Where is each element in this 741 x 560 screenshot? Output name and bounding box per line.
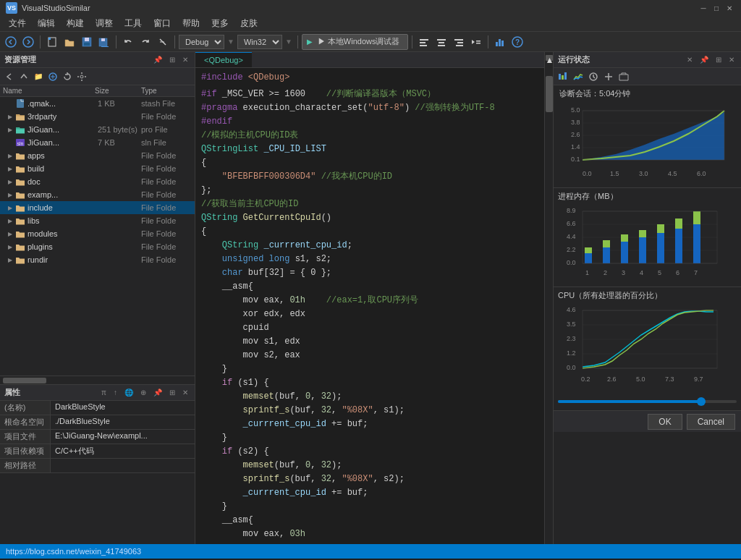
tree-row[interactable]: ▶ apps File Folde (0, 149, 195, 162)
tree-row[interactable]: ▶ JiGuan... 251 byte(s) pro File (0, 123, 195, 136)
diag-btn2[interactable] (572, 70, 585, 83)
menu-tools[interactable]: 工具 (119, 16, 148, 31)
code-line: #pragma execution_character_set("utf-8")… (195, 101, 544, 115)
restore-button[interactable]: □ (711, 3, 722, 13)
help-btn[interactable]: ? (509, 34, 525, 50)
tree-row[interactable]: .qmak... 1 KB stash File (0, 97, 195, 110)
tree-up-btn[interactable] (17, 70, 30, 83)
tree-back-btn[interactable] (3, 70, 16, 83)
menu-file[interactable]: 文件 (3, 16, 32, 31)
svg-text:6.0: 6.0 (697, 170, 706, 177)
props-pin-btn[interactable]: 📌 (151, 388, 164, 397)
ok-button[interactable]: OK (648, 414, 682, 430)
toolbar-sep-5 (412, 35, 412, 48)
tree-row[interactable]: ▶ plugins File Folde (0, 240, 195, 253)
file-name: doc (27, 177, 98, 186)
tree-row[interactable]: ▶ rundir File Folde (0, 253, 195, 266)
save-button[interactable] (79, 34, 95, 50)
right-panel-float-btn[interactable]: ⊞ (714, 55, 724, 64)
props-arrow-btn[interactable]: ↑ (111, 388, 119, 397)
hscroll-thumb[interactable] (3, 378, 46, 383)
redo-button[interactable] (137, 34, 153, 50)
tree-arrow: ▶ (6, 244, 14, 250)
vscroll-thumb[interactable] (546, 76, 553, 112)
run-button[interactable]: ▶ ▶ 本地Windows调试器 (302, 34, 408, 50)
resource-panel: 资源管理 📌 ⊞ ✕ 📁 (0, 52, 195, 385)
diag-btn3[interactable] (587, 70, 600, 83)
code-line: _currrent_cpu_id += buf; (195, 417, 544, 431)
undo-button[interactable] (120, 34, 136, 50)
resource-pin-btn[interactable]: 📌 (151, 55, 164, 64)
open-button[interactable] (62, 34, 77, 50)
svg-text:0.0: 0.0 (583, 170, 592, 177)
vscroll-up[interactable]: ▲ (546, 55, 553, 61)
tree-row[interactable]: ▶ doc File Folde (0, 175, 195, 188)
align-center-btn[interactable] (433, 34, 449, 50)
right-panel-pin-btn[interactable]: 📌 (698, 55, 711, 64)
cancel-button[interactable]: Cancel (687, 414, 735, 430)
tree-row[interactable]: ▶ build File Folde (0, 162, 195, 175)
tree-hscroll[interactable] (0, 376, 195, 384)
tree-filter-btn[interactable]: 📁 (32, 70, 45, 83)
code-vscrollbar[interactable]: ▲ (544, 52, 553, 544)
props-table: (名称) DarkBlueStyle 根命名空间 ./DarkBlueStyle… (0, 401, 195, 544)
diag-btn5[interactable] (617, 70, 630, 83)
tree-row[interactable]: ▶ libs File Folde (0, 214, 195, 227)
menu-more[interactable]: 更多 (206, 16, 234, 31)
menu-skin[interactable]: 皮肤 (234, 16, 263, 31)
tree-row[interactable]: ▶ examp... File Folde (0, 188, 195, 201)
props-panel: 属性 π ↑ 🌐 ⊕ 📌 ⊞ ✕ (名称) DarkBlueStyle 根命名 (0, 385, 195, 544)
align-right-btn[interactable] (451, 34, 467, 50)
svg-text:1.4: 1.4 (571, 143, 580, 150)
diag-btn4[interactable] (602, 70, 615, 83)
saveall-button[interactable] (96, 34, 112, 50)
menu-edit[interactable]: 编辑 (32, 16, 61, 31)
memory-time-chart: 5.0 3.8 2.6 1.4 0.1 0.0 1.5 3.0 4.5 6.0 (558, 105, 732, 184)
debug-select[interactable]: Debug (179, 35, 224, 49)
right-panel-x-btn[interactable]: ✕ (727, 55, 737, 64)
slider-track[interactable] (558, 400, 737, 403)
svg-rect-32 (559, 74, 561, 80)
diag-btn1[interactable] (556, 70, 569, 83)
menu-build[interactable]: 构建 (61, 16, 90, 31)
code-content[interactable]: #include <QDebug> #if _MSC_VER >= 1600 /… (195, 68, 544, 544)
tree-row[interactable]: ▶ modules File Folde (0, 227, 195, 240)
tree-row-include[interactable]: ▶ include File Folde (0, 201, 195, 214)
resource-float-btn[interactable]: ⊞ (167, 55, 177, 64)
menu-window[interactable]: 窗口 (148, 16, 177, 31)
props-globe-btn[interactable]: 🌐 (122, 388, 135, 397)
props-link2-btn[interactable]: ⊕ (138, 388, 148, 397)
close-button[interactable]: ✕ (724, 3, 735, 13)
tab-qdebug[interactable]: <QDebug> (195, 52, 252, 67)
forward-button[interactable] (20, 34, 36, 50)
new-button[interactable] (44, 34, 60, 50)
tree-refresh-btn[interactable] (61, 70, 74, 83)
folder-icon (14, 177, 26, 187)
file-type: File Folde (141, 164, 192, 173)
tree-link-btn[interactable] (46, 70, 59, 83)
props-header: 属性 π ↑ 🌐 ⊕ 📌 ⊞ ✕ (0, 385, 195, 401)
menu-help[interactable]: 帮助 (177, 16, 206, 31)
right-panel-close-btn[interactable]: ✕ (685, 55, 695, 64)
code-line: QString GetCurrentCpuId() (195, 211, 544, 225)
chart-btn[interactable] (492, 34, 508, 50)
props-close-btn[interactable]: ✕ (180, 388, 190, 397)
indent-btn[interactable] (468, 34, 484, 50)
tree-row[interactable]: ▶ 3rdparty File Folde (0, 110, 195, 123)
folder-icon (14, 203, 26, 213)
col-name: Name (3, 87, 92, 95)
back-button[interactable] (3, 34, 19, 50)
tree-row[interactable]: sln JiGuan... 7 KB sln File (0, 136, 195, 149)
props-float-btn[interactable]: ⊞ (167, 388, 177, 397)
left-panel: 资源管理 📌 ⊞ ✕ 📁 (0, 52, 195, 544)
platform-select[interactable]: Win32 (237, 35, 282, 49)
cut-button[interactable] (155, 34, 171, 50)
svg-text:4.5: 4.5 (668, 170, 677, 177)
align-left-btn[interactable] (416, 34, 432, 50)
slider-thumb[interactable] (697, 397, 706, 406)
resource-close-btn[interactable]: ✕ (180, 55, 190, 64)
minimize-button[interactable]: ─ (698, 3, 709, 13)
menu-adjust[interactable]: 调整 (90, 16, 119, 31)
props-pi-btn[interactable]: π (99, 388, 109, 397)
tree-config-btn[interactable] (75, 70, 88, 83)
